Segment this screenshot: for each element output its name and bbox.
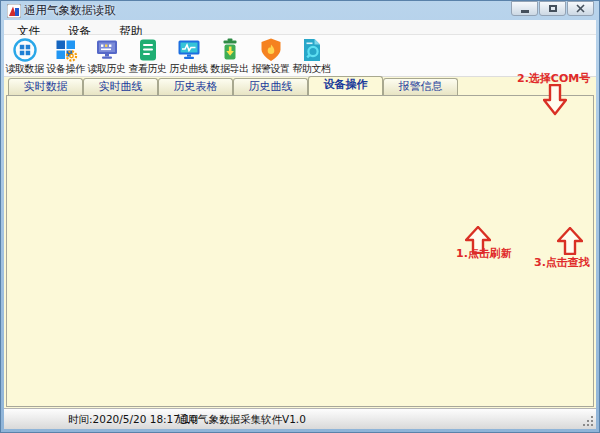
close-button[interactable] bbox=[567, 1, 594, 16]
toolbar-data-export-button[interactable]: 数据导出 bbox=[209, 37, 250, 76]
statusbar: 时间:2020/5/20 18:17:10 通用气象数据采集软件V1.0 bbox=[4, 408, 596, 429]
maximize-button[interactable] bbox=[539, 1, 566, 16]
tab-device-operation[interactable]: 设备操作 bbox=[308, 76, 383, 95]
minimize-button[interactable] bbox=[511, 1, 538, 16]
toolbar-label: 查看历史 bbox=[127, 63, 168, 75]
data-export-icon bbox=[217, 37, 243, 63]
toolbar-read-history-button[interactable]: 读取历史 bbox=[86, 37, 127, 76]
maximize-icon bbox=[549, 5, 557, 12]
device-operate-icon bbox=[53, 37, 79, 63]
tab-realtime-data[interactable]: 实时数据 bbox=[8, 78, 83, 95]
status-app-name: 通用气象数据采集软件V1.0 bbox=[177, 413, 306, 427]
tab-history-table[interactable]: 历史表格 bbox=[158, 78, 233, 95]
annotation-down-arrow-icon bbox=[543, 84, 567, 116]
toolbar-read-data-button[interactable]: 读取数据 bbox=[4, 37, 45, 76]
tab-history-curve[interactable]: 历史曲线 bbox=[233, 78, 308, 95]
toolbar-label: 报警设置 bbox=[250, 63, 291, 75]
tab-realtime-curve[interactable]: 实时曲线 bbox=[83, 78, 158, 95]
annotation-step3: 3.点击查找 bbox=[534, 255, 590, 270]
minimize-icon bbox=[521, 10, 529, 13]
toolbar-label: 帮助文档 bbox=[291, 63, 332, 75]
annotation-up-arrow-icon bbox=[557, 227, 583, 255]
toolbar-label: 设备操作 bbox=[45, 63, 86, 75]
resize-grip[interactable] bbox=[583, 416, 594, 427]
help-doc-icon bbox=[299, 37, 325, 63]
toolbar-label: 数据导出 bbox=[209, 63, 250, 75]
toolbar-label: 历史曲线 bbox=[168, 63, 209, 75]
tab-alarm-info[interactable]: 报警信息 bbox=[383, 78, 458, 95]
toolbar-help-doc-button[interactable]: 帮助文档 bbox=[291, 37, 332, 76]
toolbar-view-history-button[interactable]: 查看历史 bbox=[127, 37, 168, 76]
toolbar-alarm-settings-button[interactable]: 报警设置 bbox=[250, 37, 291, 76]
read-history-icon bbox=[94, 37, 120, 63]
read-data-icon bbox=[12, 37, 38, 63]
app-window: 通用气象数据读取 文件 设备 帮助 读取数据 设备操作 读取历史 查看历史 历史… bbox=[0, 0, 600, 433]
titlebar[interactable]: 通用气象数据读取 bbox=[0, 0, 600, 20]
window-title: 通用气象数据读取 bbox=[24, 3, 116, 18]
app-logo-icon bbox=[7, 3, 21, 17]
toolbar-device-operate-button[interactable]: 设备操作 bbox=[45, 37, 86, 76]
view-history-icon bbox=[135, 37, 161, 63]
close-icon bbox=[576, 4, 585, 13]
toolbar-label: 读取历史 bbox=[86, 63, 127, 75]
annotation-step1: 1.点击刷新 bbox=[456, 246, 512, 261]
history-curve-icon bbox=[176, 37, 202, 63]
toolbar-label: 读取数据 bbox=[4, 63, 45, 75]
menubar: 文件 设备 帮助 bbox=[4, 20, 596, 35]
alarm-settings-icon bbox=[258, 37, 284, 63]
toolbar-history-curve-button[interactable]: 历史曲线 bbox=[168, 37, 209, 76]
